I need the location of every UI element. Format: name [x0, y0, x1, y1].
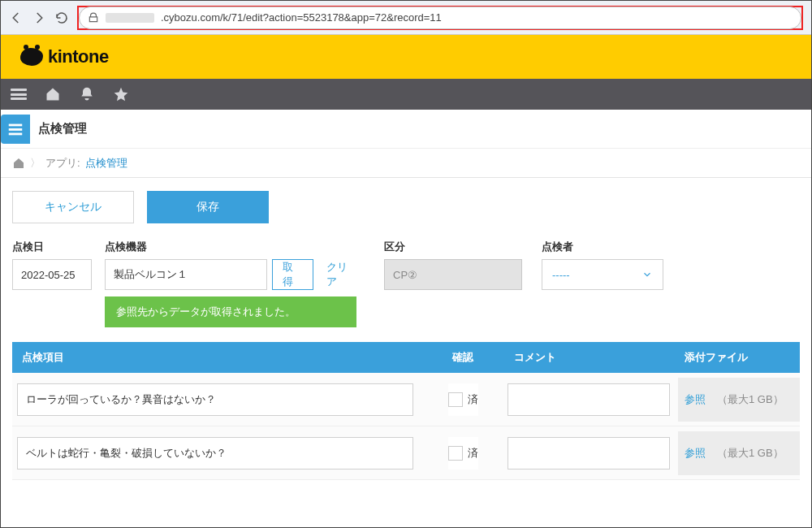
app-toolbar — [1, 79, 811, 110]
svg-rect-2 — [9, 132, 23, 135]
app-icon — [1, 115, 30, 144]
cancel-button[interactable]: キャンセル — [12, 191, 134, 223]
forward-button[interactable] — [32, 11, 46, 25]
confirm-label: 済 — [468, 392, 478, 407]
save-button[interactable]: 保存 — [147, 191, 269, 223]
comment-field[interactable] — [508, 383, 670, 416]
brand-name: kintone — [48, 46, 109, 67]
inspector-value: ----- — [552, 269, 570, 281]
menu-icon[interactable] — [11, 89, 27, 100]
svg-rect-1 — [9, 128, 23, 131]
confirm-label: 済 — [468, 446, 478, 461]
star-icon[interactable] — [113, 86, 129, 102]
confirm-checkbox[interactable] — [448, 392, 463, 407]
category-field: CP② — [384, 259, 522, 290]
table-header: 点検項目 確認 コメント 添付ファイル — [12, 342, 800, 373]
table-row: ローラが回っているか？異音はないか？ 済 参照 （最大1 GB） — [12, 373, 800, 426]
table-row: ベルトは蛇行・亀裂・破損していないか？ 済 参照 （最大1 GB） — [12, 426, 800, 480]
confirm-checkbox[interactable] — [448, 446, 463, 461]
url-hidden-host — [106, 13, 154, 23]
form-area: 点検日 2022-05-25 点検機器 製品ベルコン１ 取得 クリア 参照先から… — [1, 228, 811, 342]
home-icon[interactable] — [45, 86, 61, 102]
item-field[interactable]: ベルトは蛇行・亀裂・破損していないか？ — [17, 437, 413, 470]
attachment-browse-link[interactable]: 参照 — [685, 392, 706, 407]
bell-icon[interactable] — [79, 86, 95, 102]
label-date: 点検日 — [12, 240, 92, 254]
lock-icon — [88, 12, 99, 24]
date-field[interactable]: 2022-05-25 — [12, 259, 92, 290]
address-bar[interactable]: .cybozu.com/k/71/edit?action=5523178&app… — [79, 6, 801, 29]
form-actions: キャンセル 保存 — [1, 178, 811, 228]
inspection-table: 点検項目 確認 コメント 添付ファイル ローラが回っているか？異音はないか？ 済… — [1, 342, 811, 491]
breadcrumb-app-label: アプリ: — [45, 156, 80, 171]
chevron-down-icon — [641, 269, 653, 280]
svg-rect-0 — [9, 123, 23, 126]
label-device: 点検機器 — [105, 240, 365, 254]
lookup-success-banner: 参照先からデータが取得されました。 — [105, 296, 356, 327]
item-field[interactable]: ローラが回っているか？異音はないか？ — [17, 383, 413, 416]
browser-toolbar: .cybozu.com/k/71/edit?action=5523178&app… — [1, 1, 811, 35]
attachment-browse-link[interactable]: 参照 — [685, 446, 706, 461]
breadcrumb-app-link[interactable]: 点検管理 — [85, 156, 127, 171]
reload-button[interactable] — [54, 11, 69, 25]
logo-icon — [20, 48, 43, 66]
page-header: 点検管理 — [1, 110, 811, 149]
back-button[interactable] — [9, 11, 24, 25]
label-category: 区分 — [384, 240, 522, 254]
chevron-right-icon: 〉 — [30, 156, 41, 171]
breadcrumb: 〉 アプリ: 点検管理 — [1, 149, 811, 178]
page-title: 点検管理 — [38, 121, 87, 136]
lookup-clear-link[interactable]: クリア — [318, 260, 365, 289]
breadcrumb-home-icon[interactable] — [12, 157, 25, 170]
th-item: 点検項目 — [12, 350, 418, 365]
attachment-size-hint: （最大1 GB） — [717, 392, 784, 407]
attachment-size-hint: （最大1 GB） — [717, 446, 784, 461]
brand-bar: kintone — [1, 35, 811, 79]
lookup-get-button[interactable]: 取得 — [272, 259, 313, 290]
th-comment: コメント — [508, 350, 678, 365]
th-confirm: 確認 — [418, 350, 508, 365]
label-inspector: 点検者 — [542, 240, 663, 254]
device-field[interactable]: 製品ベルコン１ — [105, 259, 267, 290]
inspector-dropdown[interactable]: ----- — [542, 259, 663, 290]
th-attachment: 添付ファイル — [678, 350, 800, 365]
confirm-checkbox-wrap: 済 — [448, 437, 478, 470]
confirm-checkbox-wrap: 済 — [448, 383, 478, 416]
comment-field[interactable] — [508, 437, 670, 470]
kintone-logo: kintone — [20, 46, 109, 67]
url-text: .cybozu.com/k/71/edit?action=5523178&app… — [161, 11, 442, 24]
